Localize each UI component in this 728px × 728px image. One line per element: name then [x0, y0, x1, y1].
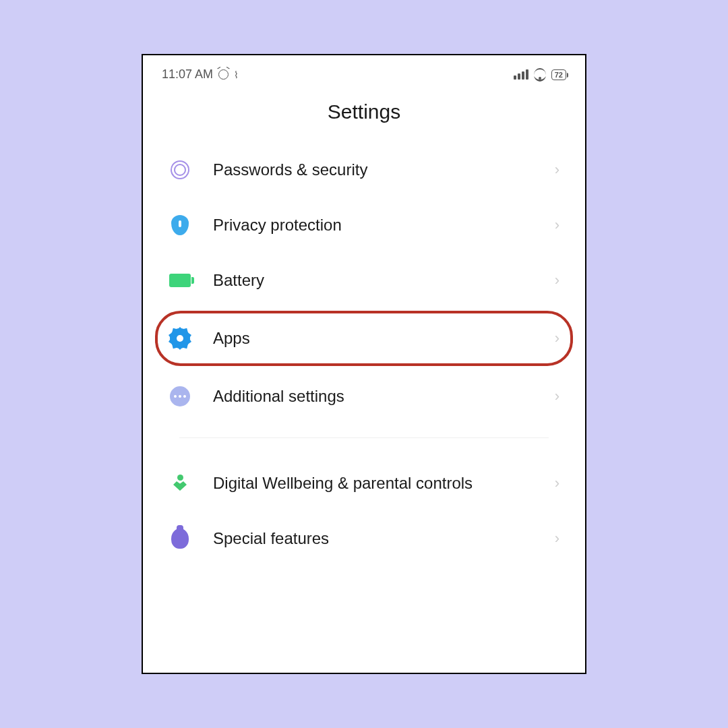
status-bar-right: 72 — [514, 69, 566, 80]
signal-icon — [514, 69, 528, 80]
settings-item-additional-settings[interactable]: Additional settings › — [155, 369, 573, 424]
settings-item-label: Passwords & security — [213, 159, 533, 180]
fingerprint-icon — [169, 158, 191, 181]
voicemail-icon: ⌇ — [234, 69, 237, 80]
settings-item-label: Additional settings — [213, 386, 533, 406]
settings-item-digital-wellbeing[interactable]: Digital Wellbeing & parental controls › — [155, 456, 573, 511]
chevron-right-icon: › — [555, 475, 559, 492]
settings-item-label: Special features — [213, 528, 533, 549]
phone-screen: 11:07 AM ⌇ 72 Settings Passwords & secur… — [142, 54, 586, 674]
settings-item-special-features[interactable]: Special features › — [155, 511, 573, 566]
wifi-icon — [534, 70, 546, 80]
status-bar-left: 11:07 AM ⌇ — [162, 67, 237, 82]
chevron-right-icon: › — [555, 216, 559, 234]
settings-item-label: Digital Wellbeing & parental controls — [213, 473, 533, 493]
chevron-right-icon: › — [555, 272, 559, 289]
chevron-right-icon: › — [555, 330, 559, 347]
settings-item-apps[interactable]: Apps › — [155, 311, 573, 366]
settings-item-battery[interactable]: Battery › — [155, 253, 573, 308]
dots-icon — [169, 385, 191, 408]
settings-item-label: Privacy protection — [213, 214, 533, 235]
heart-icon — [169, 472, 191, 495]
settings-item-label: Apps — [213, 328, 533, 348]
battery-level: 72 — [555, 71, 563, 79]
chevron-right-icon: › — [555, 161, 559, 179]
status-bar: 11:07 AM ⌇ 72 — [143, 55, 585, 88]
settings-item-label: Battery — [213, 270, 533, 291]
chevron-right-icon: › — [555, 530, 559, 547]
battery-icon — [169, 269, 191, 292]
page-title: Settings — [143, 100, 585, 123]
section-divider — [179, 437, 549, 438]
shield-icon — [169, 214, 191, 237]
alarm-icon — [218, 69, 229, 80]
battery-status-icon: 72 — [551, 69, 566, 80]
status-time: 11:07 AM — [162, 67, 213, 82]
chevron-right-icon: › — [555, 388, 559, 405]
gear-icon — [169, 327, 191, 350]
settings-item-passwords-security[interactable]: Passwords & security › — [155, 142, 573, 198]
settings-item-privacy-protection[interactable]: Privacy protection › — [155, 198, 573, 253]
settings-list[interactable]: Passwords & security › Privacy protectio… — [143, 142, 585, 566]
bag-icon — [169, 527, 191, 550]
